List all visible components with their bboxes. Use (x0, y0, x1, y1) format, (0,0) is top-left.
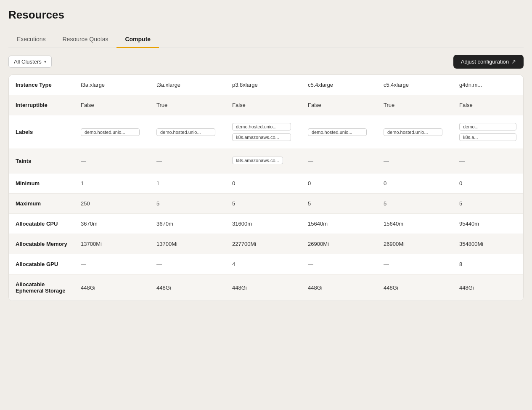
table-cell-row3-col1: — (150, 149, 225, 173)
row-header-2: Labels (9, 115, 74, 149)
table-cell-row1-col1: True (150, 95, 225, 115)
table-cell-row2-col5: demo...k8s.a... (453, 115, 523, 149)
table-cell-row5-col1: 5 (150, 194, 225, 214)
page-title: Resources (8, 8, 524, 21)
table-cell-row5-col4: 5 (377, 194, 453, 214)
tabs-bar: Executions Resource Quotas Compute (8, 32, 524, 48)
row-header-7: Allocatable Memory (9, 234, 74, 254)
table-cell-row5-col3: 5 (301, 194, 377, 214)
table-cell-row6-col0: 3670m (74, 214, 150, 234)
table-cell-row8-col4: — (377, 254, 453, 274)
chevron-down-icon: ▾ (44, 59, 46, 64)
label-tag: demo.hosted.unio... (81, 128, 140, 136)
dash-indicator: — (156, 158, 162, 164)
table-cell-row5-col5: 5 (453, 194, 523, 214)
table-cell-row6-col3: 15640m (301, 214, 377, 234)
table-cell-row6-col4: 15640m (377, 214, 453, 234)
label-tag: k8s.a... (459, 133, 516, 141)
table-cell-row8-col2: 4 (225, 254, 301, 274)
table-cell-row3-col3: — (301, 149, 377, 173)
dash-indicator: — (156, 261, 162, 267)
table-cell-row9-col3: 448Gi (301, 274, 377, 301)
tab-executions[interactable]: Executions (8, 32, 54, 48)
table-cell-row0-col0: t3a.xlarge (74, 75, 150, 95)
row-header-3: Taints (9, 149, 74, 173)
table-cell-row7-col1: 13700Mi (150, 234, 225, 254)
dash-indicator: — (81, 158, 86, 164)
table-cell-row3-col0: — (74, 149, 150, 173)
table-cell-row3-col2: k8s.amazonaws.co... (225, 149, 301, 173)
tab-resource-quotas[interactable]: Resource Quotas (54, 32, 116, 48)
dash-indicator: — (308, 261, 313, 267)
dash-indicator: — (81, 261, 86, 267)
dash-indicator: — (384, 158, 389, 164)
row-header-4: Minimum (9, 173, 74, 194)
adjust-button-label: Adjust configuration (461, 59, 509, 65)
table-cell-row7-col5: 354800Mi (453, 234, 523, 254)
table-cell-row2-col4: demo.hosted.unio... (377, 115, 453, 149)
adjust-configuration-button[interactable]: Adjust configuration ↗ (453, 55, 524, 69)
table-cell-row5-col2: 5 (225, 194, 301, 214)
cluster-dropdown[interactable]: All Clusters ▾ (8, 56, 52, 68)
compute-table-container: Instance Typet3a.xlarget3a.xlargep3.8xla… (8, 75, 524, 301)
table-cell-row9-col1: 448Gi (150, 274, 225, 301)
cluster-dropdown-label: All Clusters (14, 59, 42, 65)
table-cell-row9-col0: 448Gi (74, 274, 150, 301)
row-header-0: Instance Type (9, 75, 74, 95)
table-cell-row2-col1: demo.hosted.unio... (150, 115, 225, 149)
table-cell-row1-col3: False (301, 95, 377, 115)
table-cell-row4-col0: 1 (74, 173, 150, 194)
table-cell-row2-col0: demo.hosted.unio... (74, 115, 150, 149)
table-cell-row7-col0: 13700Mi (74, 234, 150, 254)
table-cell-row5-col0: 250 (74, 194, 150, 214)
table-cell-row7-col2: 227700Mi (225, 234, 301, 254)
tab-compute[interactable]: Compute (116, 32, 159, 48)
table-cell-row4-col2: 0 (225, 173, 301, 194)
dash-indicator: — (459, 158, 465, 164)
row-header-8: Allocatable GPU (9, 254, 74, 274)
label-tag: demo... (459, 123, 516, 130)
table-cell-row7-col3: 26900Mi (301, 234, 377, 254)
table-cell-row1-col5: False (453, 95, 523, 115)
table-cell-row3-col5: — (453, 149, 523, 173)
table-cell-row1-col4: True (377, 95, 453, 115)
label-tag: k8s.amazonaws.co... (232, 133, 291, 141)
table-cell-row0-col4: c5.4xlarge (377, 75, 453, 95)
table-cell-row6-col1: 3670m (150, 214, 225, 234)
label-tag: demo.hosted.unio... (156, 128, 215, 136)
toolbar: All Clusters ▾ Adjust configuration ↗ (8, 55, 524, 69)
row-header-1: Interruptible (9, 95, 74, 115)
table-cell-row8-col5: 8 (453, 254, 523, 274)
table-cell-row7-col4: 26900Mi (377, 234, 453, 254)
table-cell-row0-col2: p3.8xlarge (225, 75, 301, 95)
table-cell-row4-col3: 0 (301, 173, 377, 194)
table-cell-row6-col5: 95440m (453, 214, 523, 234)
row-header-5: Maximum (9, 194, 74, 214)
table-cell-row6-col2: 31600m (225, 214, 301, 234)
table-cell-row2-col3: demo.hosted.unio... (301, 115, 377, 149)
table-cell-row4-col5: 0 (453, 173, 523, 194)
table-cell-row1-col2: False (225, 95, 301, 115)
table-cell-row3-col4: — (377, 149, 453, 173)
label-tag: demo.hosted.unio... (308, 128, 367, 136)
table-cell-row2-col2: demo.hosted.unio...k8s.amazonaws.co... (225, 115, 301, 149)
compute-table: Instance Typet3a.xlarget3a.xlargep3.8xla… (9, 75, 523, 301)
table-cell-row9-col4: 448Gi (377, 274, 453, 301)
table-cell-row9-col5: 448Gi (453, 274, 523, 301)
table-cell-row0-col5: g4dn.m... (453, 75, 523, 95)
label-tag: demo.hosted.unio... (232, 123, 291, 130)
table-cell-row0-col3: c5.4xlarge (301, 75, 377, 95)
table-cell-row8-col0: — (74, 254, 150, 274)
external-link-icon: ↗ (511, 59, 516, 65)
label-tag: demo.hosted.unio... (384, 128, 442, 136)
dash-indicator: — (308, 158, 313, 164)
table-cell-row4-col1: 1 (150, 173, 225, 194)
row-header-9: Allocatable Ephemeral Storage (9, 274, 74, 301)
table-cell-row1-col0: False (74, 95, 150, 115)
row-header-6: Allocatable CPU (9, 214, 74, 234)
taint-tag: k8s.amazonaws.co... (232, 157, 283, 164)
dash-indicator: — (384, 261, 389, 267)
table-cell-row8-col1: — (150, 254, 225, 274)
table-cell-row4-col4: 0 (377, 173, 453, 194)
table-cell-row8-col3: — (301, 254, 377, 274)
